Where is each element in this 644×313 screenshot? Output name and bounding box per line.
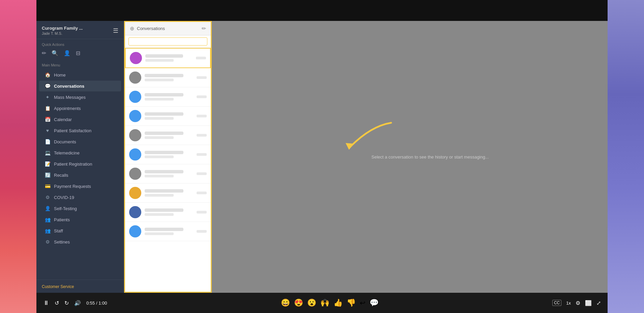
- sidebar-item-appointments[interactable]: 📋 Appointments: [39, 103, 121, 114]
- staff-icon: 👥: [45, 228, 51, 233]
- menu-items-list: 🏠 Home 💬 Conversations ✦ Mass Messages 📋…: [36, 69, 124, 280]
- conv-time: [197, 192, 207, 194]
- avatar: [129, 148, 141, 161]
- conv-name: [145, 151, 183, 154]
- conv-msg: [145, 232, 174, 235]
- conv-msg: [145, 79, 174, 81]
- volume-button[interactable]: 🔊: [74, 300, 81, 306]
- conv-name: [145, 93, 183, 96]
- emoji-reply[interactable]: ↩: [360, 299, 365, 307]
- left-gradient-bar: [0, 0, 36, 313]
- emoji-love[interactable]: 😍: [294, 298, 303, 307]
- emoji-comment[interactable]: 💬: [370, 298, 379, 307]
- conv-title-area: ⊕ Conversations: [130, 25, 165, 32]
- playback-speed-button[interactable]: 1x: [566, 301, 571, 306]
- fullscreen-button[interactable]: ⤢: [596, 300, 601, 306]
- sidebar-item-self-testing[interactable]: 👤 Self-Testing: [39, 203, 121, 214]
- conv-msg: [145, 175, 174, 177]
- conv-name: [145, 54, 183, 58]
- select-conversation-prompt: Select a conversation to see the history…: [372, 154, 489, 160]
- controls-center: 😄 😍 😮 🙌 👍 👎 ↩ 💬: [281, 298, 379, 307]
- sidebar-item-payment-requests-label: Payment Requests: [54, 184, 91, 189]
- sidebar-item-settings[interactable]: ⚙ Settines: [39, 236, 121, 247]
- user-icon[interactable]: 👤: [64, 50, 70, 56]
- sidebar-item-patient-registration[interactable]: 📝 Patient Registration: [39, 159, 121, 169]
- customer-service-link[interactable]: Customer Service: [42, 284, 74, 289]
- sidebar-item-mass-messages[interactable]: ✦ Mass Messages: [39, 92, 121, 103]
- conv-name: [145, 132, 183, 135]
- sidebar: Curogram Family ... Jade T. M.S. ☰ Quick…: [36, 21, 124, 293]
- conversation-item[interactable]: [125, 68, 211, 87]
- sidebar-item-patients[interactable]: 👥 Patients: [39, 214, 121, 225]
- sidebar-item-documents[interactable]: 📄 Documents: [39, 136, 121, 147]
- sidebar-item-staff[interactable]: 👥 Staff: [39, 225, 121, 236]
- conversations-header-icon: ⊕: [130, 25, 134, 32]
- conversations-title: Conversations: [137, 26, 165, 31]
- conv-info: [145, 132, 193, 139]
- emoji-thumbsup[interactable]: 👍: [333, 298, 343, 307]
- conversation-item[interactable]: [125, 126, 211, 145]
- emoji-wow[interactable]: 😮: [307, 298, 316, 307]
- avatar: [129, 168, 141, 180]
- top-bar: [36, 0, 608, 21]
- sidebar-item-patient-registration-label: Patient Registration: [54, 162, 92, 167]
- conversation-item[interactable]: [125, 203, 211, 222]
- conversation-item[interactable]: [125, 145, 211, 164]
- sidebar-item-telemedicine-label: Telemedicine: [54, 150, 80, 155]
- conv-info: [145, 93, 193, 101]
- app-user: Jade T. M.S.: [42, 31, 83, 35]
- sidebar-item-payment-requests[interactable]: 💳 Payment Requests: [39, 181, 121, 192]
- recalls-icon: 🔄: [45, 172, 51, 178]
- conv-name: [145, 112, 183, 116]
- conversation-item[interactable]: [125, 183, 211, 203]
- emoji-laugh[interactable]: 😄: [281, 298, 290, 307]
- avatar: [129, 91, 141, 103]
- sidebar-item-conversations[interactable]: 💬 Conversations: [39, 81, 121, 91]
- main-chat-area: Select a conversation to see the history…: [212, 21, 608, 293]
- avatar: [129, 225, 141, 237]
- time-separator: /: [95, 301, 98, 306]
- sidebar-item-home-label: Home: [54, 73, 66, 78]
- conv-info: [145, 74, 193, 81]
- conversation-item[interactable]: [125, 164, 211, 183]
- forward-button[interactable]: ↻: [64, 300, 69, 306]
- sidebar-item-home[interactable]: 🏠 Home: [39, 69, 121, 80]
- sidebar-item-covid-19[interactable]: ⚙ COVID-19: [39, 192, 121, 203]
- pip-button[interactable]: ⬜: [585, 300, 592, 306]
- conversations-header: ⊕ Conversations ✏: [125, 22, 211, 35]
- compose-icon[interactable]: ✏: [42, 50, 46, 56]
- conv-time: [196, 57, 206, 59]
- conv-info: [145, 112, 193, 120]
- rewind-button[interactable]: ↺: [55, 300, 59, 306]
- new-conversation-icon[interactable]: ✏: [202, 25, 206, 32]
- search-icon[interactable]: 🔍: [52, 50, 58, 56]
- conv-info: [145, 151, 193, 158]
- conversation-item[interactable]: [125, 87, 211, 107]
- pause-button[interactable]: ⏸: [43, 300, 49, 307]
- sidebar-item-telemedicine[interactable]: 💻 Telemedicine: [39, 147, 121, 158]
- hamburger-icon[interactable]: ☰: [113, 27, 118, 34]
- emoji-clap[interactable]: 🙌: [320, 298, 329, 307]
- conv-name: [145, 74, 183, 77]
- emoji-thumbsdown[interactable]: 👎: [347, 298, 356, 307]
- main-menu-label: Main Menu: [36, 60, 124, 69]
- conv-info: [145, 170, 193, 177]
- controls-right: CC 1x ⚙ ⬜ ⤢: [552, 300, 601, 306]
- settings-button[interactable]: ⚙: [576, 300, 580, 306]
- sidebar-item-documents-label: Documents: [54, 139, 76, 144]
- sidebar-item-patient-satisfaction[interactable]: ♥ Patient Satisfaction: [39, 125, 121, 136]
- avatar: [130, 52, 142, 64]
- conversation-item[interactable]: [125, 107, 211, 126]
- sidebar-footer: Customer Service: [36, 280, 124, 293]
- sidebar-item-calendar[interactable]: 📅 Calendar: [39, 114, 121, 125]
- filter-icon[interactable]: ⊟: [76, 50, 80, 56]
- svg-marker-0: [346, 143, 354, 150]
- conversations-search-input[interactable]: [128, 37, 207, 46]
- conversations-panel: ⊕ Conversations ✏: [124, 21, 212, 293]
- sidebar-item-settings-label: Settines: [54, 239, 70, 245]
- cc-button[interactable]: CC: [552, 300, 561, 306]
- documents-icon: 📄: [45, 139, 51, 144]
- sidebar-item-recalls[interactable]: 🔄 Recalls: [39, 170, 121, 180]
- conversation-item[interactable]: [125, 48, 211, 68]
- conversation-item[interactable]: [125, 222, 211, 241]
